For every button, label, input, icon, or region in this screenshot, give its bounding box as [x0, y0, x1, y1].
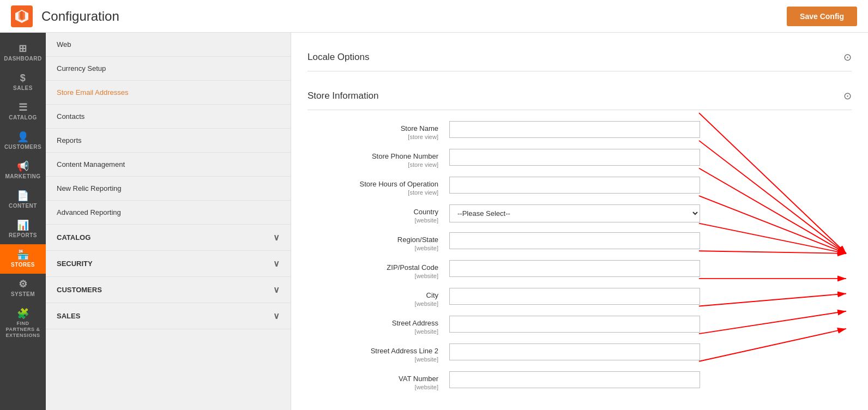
save-config-button[interactable]: Save Config [787, 7, 857, 26]
top-header: Configuration Save Config [0, 0, 868, 33]
sidebar-menu-item-currency[interactable]: Currency Setup [46, 57, 291, 81]
reports-icon: 📊 [17, 220, 29, 230]
store-name-label-group: Store Name [store view] [308, 121, 449, 140]
sidebar-item-label: FIND PARTNERS & EXTENSIONS [3, 321, 43, 338]
vat-field [449, 371, 700, 388]
store-info-toggle[interactable]: ⊙ [843, 90, 852, 102]
sidebar-menu-item-web[interactable]: Web [46, 33, 291, 57]
sidebar-item-catalog[interactable]: ☰ CATALOG [0, 97, 46, 126]
store-hours-input[interactable] [449, 177, 700, 194]
sidebar-item-find-partners[interactable]: 🧩 FIND PARTNERS & EXTENSIONS [0, 303, 46, 343]
partners-icon: 🧩 [17, 309, 29, 318]
store-name-field [449, 121, 700, 138]
sidebar-menu-item-contacts[interactable]: Contacts [46, 105, 291, 129]
page-title: Configuration [41, 9, 119, 24]
sidebar-item-content[interactable]: 📄 CONTENT [0, 185, 46, 215]
sidebar-menu-item-reports[interactable]: Reports [46, 129, 291, 153]
city-field [449, 288, 700, 305]
store-hours-label: Store Hours of Operation [308, 180, 438, 188]
vat-scope: [website] [308, 384, 438, 390]
store-name-input[interactable] [449, 121, 700, 138]
sidebar-item-label: REPORTS [9, 232, 37, 239]
sidebar-menu-item-store-email[interactable]: Store Email Addresses [46, 81, 291, 105]
chevron-down-icon: ∨ [273, 285, 280, 295]
store-hours-field [449, 177, 700, 194]
system-icon: ⚙ [19, 279, 28, 289]
main-layout: ⊞ DASHBOARD $ SALES ☰ CATALOG 👤 CUSTOMER… [0, 33, 868, 410]
city-label: City [308, 291, 438, 299]
country-scope: [website] [308, 217, 438, 224]
zip-input[interactable] [449, 260, 700, 277]
sidebar-item-dashboard[interactable]: ⊞ DASHBOARD [0, 38, 46, 68]
content-icon: 📄 [17, 191, 29, 201]
vat-label-group: VAT Number [website] [308, 371, 449, 390]
zip-field [449, 260, 700, 277]
form-row-store-hours: Store Hours of Operation [store view] [308, 177, 852, 196]
region-input[interactable] [449, 232, 700, 249]
dashboard-icon: ⊞ [19, 44, 27, 53]
form-row-store-name: Store Name [store view] [308, 121, 852, 140]
sidebar-item-sales[interactable]: $ SALES [0, 68, 46, 97]
header-left: Configuration [11, 5, 119, 27]
sidebar-menu-item-new-relic[interactable]: New Relic Reporting [46, 177, 291, 201]
store-phone-scope: [store view] [308, 161, 438, 168]
street2-label-group: Street Address Line 2 [website] [308, 343, 449, 363]
country-label-group: Country [website] [308, 204, 449, 224]
sidebar-section-catalog[interactable]: CATALOG ∨ [46, 225, 291, 251]
left-nav: ⊞ DASHBOARD $ SALES ☰ CATALOG 👤 CUSTOMER… [0, 33, 46, 410]
store-name-label: Store Name [308, 124, 438, 132]
form-row-vat: VAT Number [website] [308, 371, 852, 390]
vat-label: VAT Number [308, 375, 438, 383]
store-phone-field [449, 149, 700, 166]
zip-scope: [website] [308, 273, 438, 279]
form-row-store-phone: Store Phone Number [store view] [308, 149, 852, 168]
sidebar-item-label: STORES [11, 262, 35, 268]
store-phone-label: Store Phone Number [308, 152, 438, 160]
city-label-group: City [website] [308, 288, 449, 307]
region-scope: [website] [308, 245, 438, 251]
sidebar-item-label: CONTENT [9, 203, 37, 209]
vat-input[interactable] [449, 371, 700, 388]
locale-options-toggle[interactable]: ⊙ [843, 51, 852, 63]
sidebar-menu-list: Web Currency Setup Store Email Addresses… [46, 33, 291, 225]
sidebar-section-sales[interactable]: SALES ∨ [46, 303, 291, 329]
sidebar-item-reports[interactable]: 📊 REPORTS [0, 215, 46, 244]
magento-logo [11, 5, 33, 27]
main-content-wrapper: Locale Options ⊙ Store Information ⊙ Sto… [291, 33, 868, 410]
country-select[interactable]: --Please Select-- [449, 204, 700, 222]
stores-icon: 🏪 [17, 250, 29, 260]
region-label-group: Region/State [website] [308, 232, 449, 251]
form-row-street: Street Address [website] [308, 316, 852, 335]
content-sidebar: Web Currency Setup Store Email Addresses… [46, 33, 291, 410]
street-input[interactable] [449, 316, 700, 333]
form-row-city: City [website] [308, 288, 852, 307]
sidebar-item-stores[interactable]: 🏪 STORES [0, 244, 46, 274]
sidebar-menu-item-advanced-reporting[interactable]: Advanced Reporting [46, 201, 291, 225]
form-row-country: Country [website] --Please Select-- [308, 204, 852, 224]
chevron-down-icon: ∨ [273, 311, 280, 321]
street-label: Street Address [308, 319, 438, 327]
city-input[interactable] [449, 288, 700, 305]
marketing-icon: 📢 [17, 161, 29, 171]
sidebar-section-customers[interactable]: CUSTOMERS ∨ [46, 277, 291, 303]
street2-scope: [website] [308, 356, 438, 363]
store-phone-input[interactable] [449, 149, 700, 166]
locale-options-title: Locale Options [308, 52, 369, 63]
form-row-zip: ZIP/Postal Code [website] [308, 260, 852, 279]
sidebar-section-security[interactable]: SECURITY ∨ [46, 251, 291, 277]
zip-label-group: ZIP/Postal Code [website] [308, 260, 449, 279]
sidebar-item-label: CATALOG [9, 114, 37, 121]
form-row-street2: Street Address Line 2 [website] [308, 343, 852, 363]
sidebar-menu-item-content-mgmt[interactable]: Content Management [46, 153, 291, 177]
zip-label: ZIP/Postal Code [308, 263, 438, 272]
sidebar-item-marketing[interactable]: 📢 MARKETING [0, 156, 46, 185]
store-hours-label-group: Store Hours of Operation [store view] [308, 177, 449, 196]
sidebar-item-system[interactable]: ⚙ SYSTEM [0, 274, 46, 303]
street2-input[interactable] [449, 343, 700, 360]
sidebar-item-customers[interactable]: 👤 CUSTOMERS [0, 126, 46, 156]
main-content: Locale Options ⊙ Store Information ⊙ Sto… [291, 33, 868, 410]
store-info-header: Store Information ⊙ [308, 82, 852, 110]
sidebar-item-label: SYSTEM [11, 291, 35, 298]
sales-icon: $ [20, 73, 26, 83]
catalog-icon: ☰ [19, 102, 28, 112]
